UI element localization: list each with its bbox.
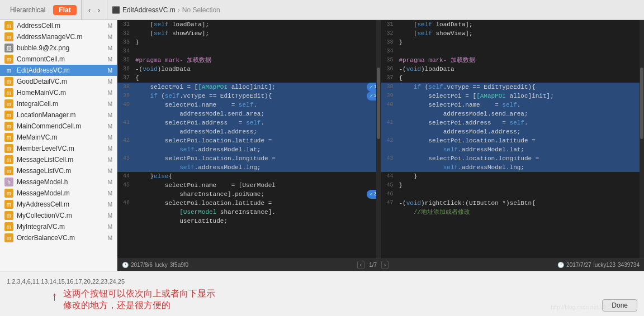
sidebar-item[interactable]: 🖼bubble.9@2x.pngM <box>0 42 117 54</box>
file-icon: m <box>4 211 13 220</box>
line-number: 46 <box>381 190 397 199</box>
line-number: 37 <box>117 74 133 83</box>
sidebar-item-name: MeMainVC.m <box>17 133 58 141</box>
line-content: { <box>397 74 645 83</box>
line-content: if (self.vcType == EditTypeEdit){ <box>397 83 645 92</box>
annotation-arrow-icon: ↑ <box>51 290 58 303</box>
sidebar-item[interactable]: mMessageListCell.mM <box>0 154 117 165</box>
code-line: 46 <box>381 190 645 199</box>
code-line: 33} <box>381 38 645 47</box>
code-line: 37{ <box>381 74 645 83</box>
sidebar-item-badge: M <box>108 90 112 96</box>
sidebar-item[interactable]: mGoodDetailVC.mM <box>0 76 117 87</box>
right-hash: 3439734 <box>618 262 640 268</box>
breadcrumb-file[interactable]: EditAddressVC.m <box>122 6 176 14</box>
right-date: 2017/7/27 <box>566 262 591 268</box>
flat-button[interactable]: Flat <box>53 5 76 15</box>
line-content: #pragma mark- 加载数据 <box>397 56 645 65</box>
sidebar-item[interactable]: mMyCollectionVC.mM <box>0 210 117 221</box>
sidebar-item-badge: M <box>108 56 112 63</box>
line-number: 35 <box>117 56 133 65</box>
changed-line-numbers: 1,2,3,4,6,11,13,14,15,16,17,20,22,23,24,… <box>7 278 125 285</box>
code-line: 42 selectPoi.location.latitude = <box>117 136 381 145</box>
line-content: [self loadData]; <box>133 20 381 29</box>
left-hash: 3f5a9f0 <box>170 262 188 268</box>
code-line: //地址添加或者修改 <box>381 208 645 217</box>
line-content: //地址添加或者修改 <box>397 208 645 217</box>
sidebar-item[interactable]: hMessageModel.hM <box>0 176 117 188</box>
sidebar-item[interactable]: mAddressCell.mM <box>0 20 117 31</box>
line-number: 34 <box>117 47 133 56</box>
editor-panes: 31 [self loadData];32 [self showView];33… <box>117 20 644 258</box>
sidebar-item-name: HomeMainVC.m <box>17 89 66 97</box>
annotation-line-numbers: 1,2,3,4,6,11,13,14,15,16,17,20,22,23,24,… <box>7 276 637 286</box>
line-content: addressModel.send_area; <box>397 109 645 118</box>
nav-next-button[interactable]: › <box>95 4 102 16</box>
code-line: 46 selectPoi.location.latitude = <box>117 199 381 208</box>
code-line: addressModel.address; <box>381 127 645 136</box>
breadcrumb-selection: No Selection <box>182 6 220 14</box>
sidebar-item[interactable]: mLocationManager.mM <box>0 109 117 121</box>
sidebar-item-name: MyIntegralVC.m <box>17 223 65 231</box>
sidebar-item[interactable]: mMainCommendCell.mM <box>0 121 117 132</box>
diff-next-button[interactable]: › <box>381 261 389 269</box>
right-author: lucky123 <box>594 262 615 268</box>
line-number: 32 <box>117 29 133 38</box>
sidebar-item-badge: M <box>108 101 112 107</box>
sidebar-item-name: IntegralCell.m <box>17 100 58 108</box>
sidebar-item[interactable]: mHomeMainVC.mM <box>0 87 117 98</box>
line-number: 39 <box>381 92 397 100</box>
sidebar-item[interactable]: mOrderBalanceVC.mM <box>0 232 117 243</box>
sidebar-item-name: LocationManager.m <box>17 111 75 119</box>
hierarchical-button[interactable]: Hierarchical <box>4 5 51 15</box>
file-icon: m <box>4 189 13 198</box>
bottom-bar: 🕐 2017/8/6 lucky 3f5a9f0 ‹ 1/7 › 🕐 2017/… <box>117 258 644 271</box>
sidebar-item-badge: M <box>108 235 112 241</box>
sidebar-item[interactable]: mEditAddressVC.mM <box>0 65 117 76</box>
code-line: 35#pragma mark- 加载数据 <box>381 56 645 65</box>
right-scrollbar[interactable] <box>640 20 644 258</box>
sidebar-item[interactable]: mMyAddressCell.mM <box>0 199 117 210</box>
line-content: selectPoi.name = self. <box>133 100 381 109</box>
file-icon: m <box>4 66 13 75</box>
file-icon: m <box>4 99 13 108</box>
file-icon: m <box>4 122 13 131</box>
content-area: mAddressCell.mMmAddressManageVC.mM🖼bubbl… <box>0 20 644 271</box>
sidebar-item[interactable]: mMessageListVC.mM <box>0 165 117 176</box>
code-line: 34 <box>117 47 381 56</box>
line-number: 40 <box>381 100 397 109</box>
line-content: [self loadData]; <box>397 20 645 29</box>
code-line: 38 if (self.vcType == EditTypeEdit){ <box>381 83 645 92</box>
sidebar-item[interactable]: mIntegralCell.mM <box>0 98 117 109</box>
left-code-pane[interactable]: 31 [self loadData];32 [self showView];33… <box>117 20 381 258</box>
diff-prev-button[interactable]: ‹ <box>357 261 364 269</box>
sidebar-item[interactable]: mAddressManageVC.mM <box>0 31 117 42</box>
sidebar[interactable]: mAddressCell.mMmAddressManageVC.mM🖼bubbl… <box>0 20 117 271</box>
left-code-content: 31 [self loadData];32 [self showView];33… <box>117 20 381 258</box>
sidebar-item-badge: M <box>108 202 112 208</box>
code-line: 36-(void)loadData <box>381 65 645 74</box>
sidebar-item[interactable]: mMyIntegralVC.mM <box>0 221 117 232</box>
line-number: 36 <box>117 65 133 74</box>
sidebar-item-badge: M <box>108 112 112 118</box>
nav-prev-button[interactable]: ‹ <box>86 4 93 16</box>
file-icon: m <box>4 200 13 209</box>
sidebar-item[interactable]: mCommontCell.mM <box>0 54 117 65</box>
code-line: 41 selectPoi.address = self. <box>117 118 381 127</box>
sidebar-item-name: MessageListVC.m <box>17 167 71 175</box>
sidebar-item-name: EditAddressVC.m <box>17 66 70 74</box>
right-code-pane[interactable]: 31 [self loadData];32 [self showView];33… <box>381 20 645 258</box>
breadcrumb-separator: › <box>178 6 180 14</box>
line-content: } <box>397 172 645 181</box>
left-scrollbar[interactable] <box>376 20 381 258</box>
sidebar-item-name: MainCommendCell.m <box>17 122 81 130</box>
line-content: selectPoi.location.latitude = <box>133 199 381 208</box>
line-number: 42 <box>117 136 133 145</box>
sidebar-item[interactable]: mMemberLevelVC.mM <box>0 143 117 154</box>
line-content: self.addressModel.lng; <box>397 163 645 172</box>
sidebar-item[interactable]: mMessageModel.mM <box>0 188 117 199</box>
line-content: selectPoi.location.longitude = <box>133 154 381 163</box>
sidebar-item-badge: M <box>108 23 112 29</box>
line-number: 31 <box>381 20 397 29</box>
sidebar-item[interactable]: mMeMainVC.mM <box>0 132 117 143</box>
